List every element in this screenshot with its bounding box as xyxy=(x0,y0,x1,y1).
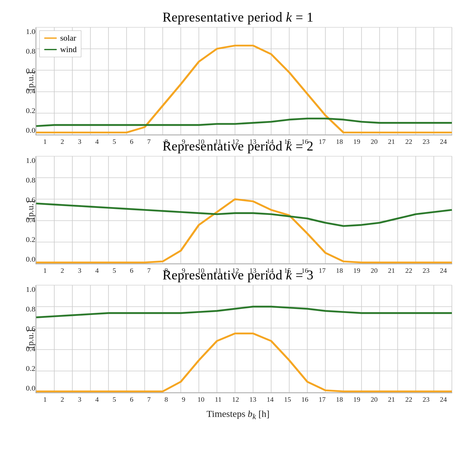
x-tick-label: 8 xyxy=(158,137,175,146)
x-tick-label: 7 xyxy=(140,137,158,146)
x-tick-label: 3 xyxy=(71,266,89,275)
chart-svg-k1 xyxy=(36,27,452,135)
y-tick-label: 0.8 xyxy=(21,176,35,184)
legend-item-wind: wind xyxy=(44,45,77,54)
x-tick-label: 1 xyxy=(36,137,54,146)
y-tick-label: 0.8 xyxy=(21,47,35,56)
x-tick-label: 2 xyxy=(54,395,71,404)
x-tick-label: 14 xyxy=(262,266,279,275)
y-tick-label: 1.0 xyxy=(21,156,35,165)
x-tick-label: 6 xyxy=(123,266,140,275)
x-tick-label: 3 xyxy=(71,395,89,404)
x-tick-label: 1 xyxy=(36,395,54,404)
x-tick-label: 11 xyxy=(210,395,227,404)
x-tick-label: 2 xyxy=(54,266,71,275)
x-tick-label: 13 xyxy=(244,266,262,275)
x-tick-label: 20 xyxy=(365,395,383,404)
chart-svg-k3 xyxy=(36,285,452,392)
y-ticks-k2: 0.00.20.40.60.81.0 xyxy=(21,156,35,264)
x-tick-label: 17 xyxy=(313,266,331,275)
y-tick-label: 0.2 xyxy=(21,106,35,115)
x-tick-label: 14 xyxy=(262,395,279,404)
chart-area-k1: 0.00.20.40.60.81.01234567891011121314151… xyxy=(36,27,452,135)
x-tick-label: 16 xyxy=(296,395,314,404)
y-tick-label: 0.6 xyxy=(21,325,35,333)
x-tick-label: 3 xyxy=(71,137,89,146)
chart-wrapper-k3: [p.u.]0.00.20.40.60.81.01234567891011121… xyxy=(24,285,452,393)
x-tick-label: 8 xyxy=(158,266,175,275)
x-axis-global-label: Timesteps bk [h] xyxy=(206,408,269,421)
legend-label-wind: wind xyxy=(60,45,77,54)
chart-title-k1: Representative period k = 1 xyxy=(163,10,314,25)
x-tick-label: 5 xyxy=(106,137,123,146)
y-ticks-k3: 0.00.20.40.60.81.0 xyxy=(21,285,35,392)
y-tick-label: 0.0 xyxy=(21,255,35,264)
legend-label-solar: solar xyxy=(60,33,76,43)
x-tick-label: 12 xyxy=(227,137,244,146)
x-tick-label: 2 xyxy=(54,137,71,146)
y-tick-label: 0.6 xyxy=(21,67,35,75)
x-tick-label: 13 xyxy=(244,395,262,404)
x-tick-label: 21 xyxy=(383,395,400,404)
chart-wrapper-k2: [p.u.]0.00.20.40.60.81.01234567891011121… xyxy=(24,156,452,264)
y-ticks-k1: 0.00.20.40.60.81.0 xyxy=(21,27,35,135)
chart-svg-k2 xyxy=(36,156,452,264)
x-tick-label: 12 xyxy=(227,266,244,275)
x-tick-label: 22 xyxy=(400,266,418,275)
x-tick-label: 13 xyxy=(244,137,262,146)
chart-wrapper-k1: [p.u.]0.00.20.40.60.81.01234567891011121… xyxy=(24,27,452,135)
legend-line-wind xyxy=(44,49,57,50)
x-tick-label: 15 xyxy=(279,266,296,275)
x-tick-label: 4 xyxy=(88,137,106,146)
x-tick-label: 20 xyxy=(365,266,383,275)
x-tick-label: 24 xyxy=(435,137,452,146)
x-tick-label: 19 xyxy=(348,266,365,275)
x-tick-label: 1 xyxy=(36,266,54,275)
x-tick-label: 17 xyxy=(313,137,331,146)
y-tick-label: 0.2 xyxy=(21,364,35,373)
chart-area-k2: 0.00.20.40.60.81.01234567891011121314151… xyxy=(36,156,452,264)
x-tick-label: 15 xyxy=(279,395,296,404)
legend-item-solar: solar xyxy=(44,33,77,43)
x-tick-label: 14 xyxy=(262,137,279,146)
wind-line-k2 xyxy=(36,204,452,226)
chart-block-k1: Representative period k = 1[p.u.]0.00.20… xyxy=(13,6,463,135)
x-tick-label: 5 xyxy=(106,266,123,275)
y-tick-label: 0.8 xyxy=(21,305,35,313)
chart-block-k2: Representative period k = 2[p.u.]0.00.20… xyxy=(13,135,463,264)
x-ticks-k3: 123456789101112131415161718192021222324 xyxy=(36,395,452,404)
x-tick-label: 24 xyxy=(435,395,452,404)
x-tick-label: 10 xyxy=(192,266,210,275)
wind-line-k3 xyxy=(36,307,452,318)
x-tick-label: 6 xyxy=(123,137,140,146)
wind-line-k1 xyxy=(36,118,452,126)
x-tick-label: 16 xyxy=(296,137,314,146)
x-tick-label: 4 xyxy=(88,266,106,275)
x-tick-label: 10 xyxy=(192,137,210,146)
x-ticks-k1: 123456789101112131415161718192021222324 xyxy=(36,137,452,146)
x-tick-label: 4 xyxy=(88,395,106,404)
chart-container: Representative period k = 1[p.u.]0.00.20… xyxy=(13,6,463,421)
x-tick-label: 17 xyxy=(313,395,331,404)
x-tick-label: 20 xyxy=(365,137,383,146)
y-tick-label: 0.0 xyxy=(21,384,35,392)
x-tick-label: 22 xyxy=(400,137,418,146)
y-tick-label: 0.4 xyxy=(21,345,35,353)
x-tick-label: 19 xyxy=(348,395,365,404)
x-tick-label: 9 xyxy=(175,137,192,146)
y-tick-label: 1.0 xyxy=(21,285,35,294)
x-tick-label: 11 xyxy=(210,137,227,146)
x-tick-label: 7 xyxy=(140,395,158,404)
solar-line-k3 xyxy=(36,333,452,392)
y-tick-label: 0.4 xyxy=(21,87,35,95)
x-tick-label: 18 xyxy=(331,137,348,146)
x-tick-label: 10 xyxy=(192,395,210,404)
x-tick-label: 18 xyxy=(331,395,348,404)
x-tick-label: 18 xyxy=(331,266,348,275)
x-tick-label: 16 xyxy=(296,266,314,275)
y-tick-label: 0.4 xyxy=(21,216,35,224)
x-tick-label: 21 xyxy=(383,137,400,146)
x-tick-label: 21 xyxy=(383,266,400,275)
x-tick-label: 23 xyxy=(418,395,435,404)
y-tick-label: 0.6 xyxy=(21,196,35,204)
